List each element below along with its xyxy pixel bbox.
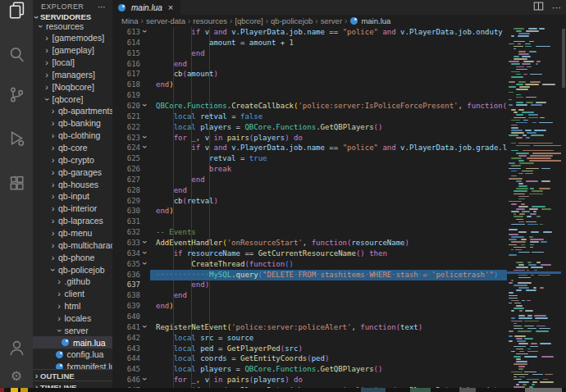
source-control-icon[interactable] (7, 84, 26, 104)
tree-folder-[gameplay][interactable]: ›[gameplay] (33, 44, 112, 57)
tree-folder-[local][interactable]: ›[local] (33, 57, 112, 69)
code-line-620[interactable]: 620›QBCore.Functions.CreateCallback('pol… (112, 101, 507, 112)
tree-folder-[qbcore][interactable]: ›[qbcore] (33, 93, 112, 105)
breadcrumb-item[interactable]: server (321, 16, 342, 25)
line-number[interactable]: 638 (112, 290, 140, 301)
code-line-644[interactable]: 644 local coords = GetEntityCoords(ped) (112, 353, 507, 364)
tree-folder-.github[interactable]: ›.github (33, 276, 112, 288)
code-line-627[interactable]: 627 end (112, 175, 507, 185)
line-number[interactable]: 619 (112, 90, 140, 101)
fold-chevron-icon[interactable]: › (140, 322, 150, 333)
line-number[interactable]: 639 (112, 301, 140, 312)
line-number[interactable]: 646 (112, 375, 140, 385)
code-line-622[interactable]: 622 local players = QBCore.Functions.Get… (112, 122, 507, 133)
tree-folder-qb-core[interactable]: ›qb-core (33, 142, 112, 154)
code-line-642[interactable]: 642 local src = source (112, 333, 507, 344)
line-number[interactable]: 616 (112, 59, 140, 70)
tree-folder-qb-policejob[interactable]: ›qb-policejob (33, 263, 112, 276)
line-number[interactable]: 644 (112, 353, 140, 364)
line-number[interactable]: 642 (112, 333, 140, 344)
code-line-643[interactable]: 643 local ped = GetPlayerPed(src) (112, 344, 507, 354)
tree-folder-qb-houses[interactable]: ›qb-houses (33, 178, 112, 190)
code-line-629[interactable]: 629 cb(retval) (112, 196, 507, 207)
line-number[interactable]: 641 (112, 322, 140, 333)
tree-folder-locales[interactable]: ›locales (33, 312, 112, 324)
tree-folder-qb-multicharacter[interactable]: ›qb-multicharacter (33, 239, 112, 251)
account-icon[interactable] (7, 338, 26, 358)
code-line-614[interactable]: 614 amount = amount + 1 (112, 38, 507, 48)
line-number[interactable]: 626 (112, 164, 140, 175)
line-number[interactable]: 629 (112, 196, 140, 207)
line-number[interactable]: 633 (112, 238, 140, 248)
code-line-621[interactable]: 621 local retval = false (112, 112, 507, 122)
tree-folder-qb-crypto[interactable]: ›qb-crypto (33, 153, 112, 166)
line-number[interactable]: 640 (112, 312, 140, 322)
run-debug-icon[interactable] (7, 128, 26, 148)
code-line-615[interactable]: 615 end (112, 48, 507, 59)
breadcrumb-item[interactable]: Mina (121, 16, 139, 25)
fold-chevron-icon[interactable]: › (140, 248, 150, 259)
breadcrumb-file[interactable]: main.lua (361, 16, 390, 25)
line-number[interactable]: 621 (112, 112, 140, 122)
tree-folder-qb-banking[interactable]: ›qb-banking (33, 117, 112, 130)
close-icon[interactable]: × (168, 2, 173, 12)
breadcrumb-item[interactable]: server-data (146, 16, 185, 25)
fold-chevron-icon[interactable]: › (140, 101, 150, 112)
line-number[interactable]: 613 (112, 27, 140, 38)
workspace-section-header[interactable]: › SERVIDORES (33, 11, 112, 22)
line-number[interactable]: 627 (112, 175, 140, 185)
line-number[interactable]: 632 (112, 227, 140, 238)
fold-chevron-icon[interactable]: › (140, 238, 150, 248)
tree-folder-qb-garages[interactable]: ›qb-garages (33, 166, 112, 178)
more-actions-icon[interactable]: ⋯ (552, 2, 561, 13)
code-editor[interactable]: 613› if v and v.PlayerData.job.name == "… (112, 27, 507, 392)
line-number[interactable]: 636 (112, 270, 140, 280)
code-line-646[interactable]: 646› for _, v in pairs(players) do (112, 375, 507, 385)
fold-chevron-icon[interactable]: › (140, 375, 150, 385)
fold-chevron-icon[interactable]: › (140, 133, 150, 144)
line-number[interactable]: 622 (112, 122, 140, 133)
line-number[interactable]: 645 (112, 364, 140, 375)
tree-folder-qb-phone[interactable]: ›qb-phone (33, 251, 112, 263)
code-line-616[interactable]: 616 end (112, 59, 507, 70)
line-number[interactable]: 630 (112, 206, 140, 217)
code-line-628[interactable]: 628 end (112, 185, 507, 196)
line-number[interactable]: 643 (112, 344, 140, 354)
tab-main-lua[interactable]: main.lua × (112, 0, 180, 15)
code-line-624[interactable]: 624› if v and v.PlayerData.job.name == "… (112, 143, 507, 153)
tree-folder-qb-input[interactable]: ›qb-input (33, 190, 112, 203)
tree-folder-qb-clothing[interactable]: ›qb-clothing (33, 130, 112, 142)
tree-folder-[managers][interactable]: ›[managers] (33, 68, 112, 80)
line-number[interactable]: 637 (112, 280, 140, 290)
line-number[interactable]: 618 (112, 80, 140, 90)
tree-folder-qb-interior[interactable]: ›qb-interior (33, 203, 112, 215)
split-editor-icon[interactable] (533, 0, 544, 15)
code-line-633[interactable]: 633›AddEventHandler('onResourceStart', f… (112, 238, 507, 248)
line-number[interactable]: 634 (112, 248, 140, 259)
breadcrumb-item[interactable]: resources (193, 16, 227, 25)
explorer-icon[interactable] (7, 0, 26, 20)
code-line-635[interactable]: 635› CreateThread(function() (112, 259, 507, 270)
explorer-more-actions-icon[interactable]: ⋯ (98, 2, 112, 11)
code-line-623[interactable]: 623› for _, v in pairs(players) do (112, 133, 507, 144)
fold-chevron-icon[interactable]: › (140, 259, 150, 270)
line-number[interactable]: 623 (112, 133, 140, 144)
tree-folder-qb-apartments[interactable]: ›qb-apartments (33, 105, 112, 117)
code-line-638[interactable]: 638 end (112, 290, 507, 301)
tree-folder-html[interactable]: ›html (33, 300, 112, 312)
code-line-619[interactable]: 619 (112, 90, 507, 101)
code-line-630[interactable]: 630end) (112, 206, 507, 217)
breadcrumb-item[interactable]: qb-policejob (271, 16, 313, 25)
code-line-617[interactable]: 617 cb(amount) (112, 69, 507, 80)
editor-scrollbar[interactable] (561, 25, 566, 392)
breadcrumb-item[interactable]: [qbcore] (235, 16, 262, 25)
settings-gear-icon[interactable]: ⚙ (7, 366, 26, 385)
line-number[interactable]: 614 (112, 38, 140, 48)
code-line-636[interactable]: 636············MySQL.query("DELETE·FROM·… (112, 270, 507, 280)
line-number[interactable]: 615 (112, 48, 140, 59)
code-line-637[interactable]: 637 end) (112, 280, 507, 290)
extensions-icon[interactable] (7, 173, 26, 193)
panel-header-outline[interactable]: ›OUTLINE (33, 369, 112, 381)
code-line-613[interactable]: 613› if v and v.PlayerData.job.name == "… (112, 27, 507, 38)
line-number[interactable]: 631 (112, 217, 140, 227)
